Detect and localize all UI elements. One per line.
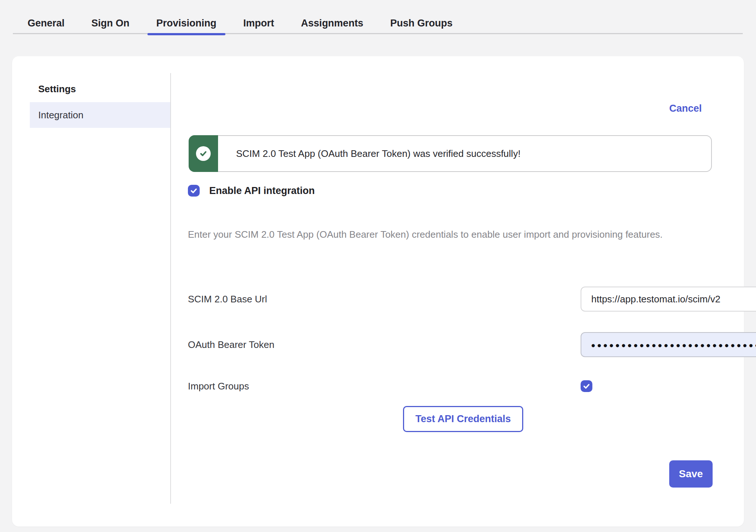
tab-list: General Sign On Provisioning Import Assi… [28, 0, 743, 34]
check-circle-icon [196, 146, 211, 161]
enable-api-checkbox[interactable] [188, 185, 200, 197]
provisioning-settings-page: General Sign On Provisioning Import Assi… [0, 0, 756, 532]
tab-import[interactable]: Import [243, 0, 274, 34]
base-url-label: SCIM 2.0 Base Url [188, 294, 267, 305]
provisioning-card: Settings Integration Cancel SCIM 2.0 Tes… [12, 56, 744, 526]
success-banner: SCIM 2.0 Test App (OAuth Bearer Token) w… [189, 135, 712, 172]
bearer-token-row: OAuth Bearer Token •••••••••••••••••••••… [188, 332, 712, 357]
import-groups-checkbox[interactable] [581, 380, 592, 392]
base-url-row: SCIM 2.0 Base Url https://app.testomat.i… [188, 287, 712, 312]
success-banner-icon-block [189, 135, 218, 172]
save-button[interactable]: Save [669, 460, 713, 488]
sidebar-heading: Settings [38, 83, 76, 95]
credentials-description: Enter your SCIM 2.0 Test App (OAuth Bear… [188, 226, 703, 243]
success-banner-message: SCIM 2.0 Test App (OAuth Bearer Token) w… [218, 135, 712, 172]
sidebar-item-label: Integration [38, 109, 83, 121]
sidebar-item-integration[interactable]: Integration [30, 102, 170, 128]
import-groups-label: Import Groups [188, 381, 249, 392]
cancel-button[interactable]: Cancel [669, 103, 702, 114]
sidebar-divider [170, 73, 171, 504]
tab-push-groups[interactable]: Push Groups [390, 0, 453, 34]
enable-api-label: Enable API integration [209, 185, 315, 197]
base-url-input[interactable]: https://app.testomat.io/scim/v2 [581, 287, 756, 312]
tab-assignments[interactable]: Assignments [301, 0, 364, 34]
app-tab-bar: General Sign On Provisioning Import Assi… [13, 0, 743, 34]
enable-api-row: Enable API integration [188, 185, 315, 197]
tab-sign-on[interactable]: Sign On [92, 0, 130, 34]
bearer-token-label: OAuth Bearer Token [188, 339, 274, 351]
test-api-credentials-button[interactable]: Test API Credentials [403, 406, 523, 432]
tab-general[interactable]: General [28, 0, 65, 34]
import-groups-row: Import Groups [188, 377, 712, 396]
bearer-token-input[interactable]: ••••••••••••••••••••••••••••••••••••••••… [581, 332, 756, 357]
tab-provisioning[interactable]: Provisioning [156, 0, 217, 34]
